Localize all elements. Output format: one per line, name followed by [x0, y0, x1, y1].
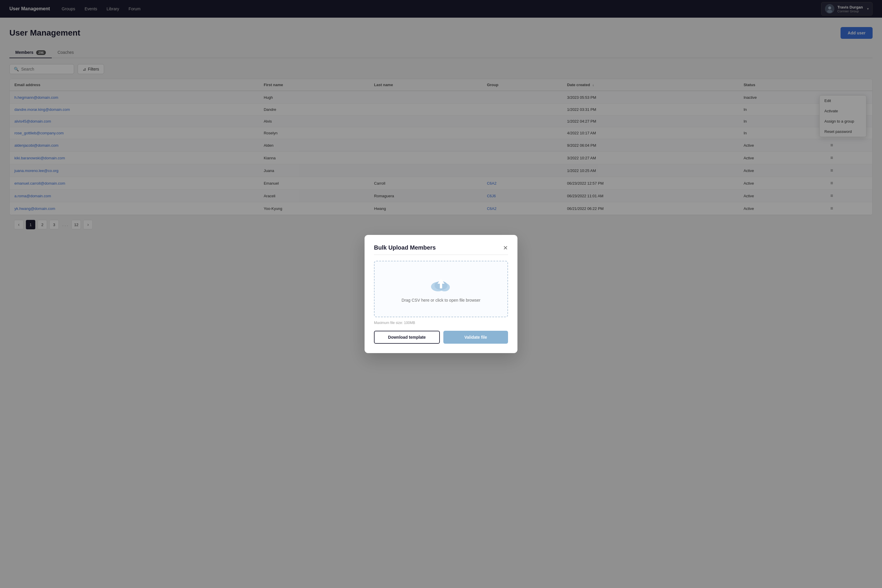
bulk-upload-modal: Bulk Upload Members ✕ Drag CSV here or c… — [364, 235, 518, 243]
modal-overlay[interactable]: Bulk Upload Members ✕ Drag CSV here or c… — [0, 0, 882, 243]
